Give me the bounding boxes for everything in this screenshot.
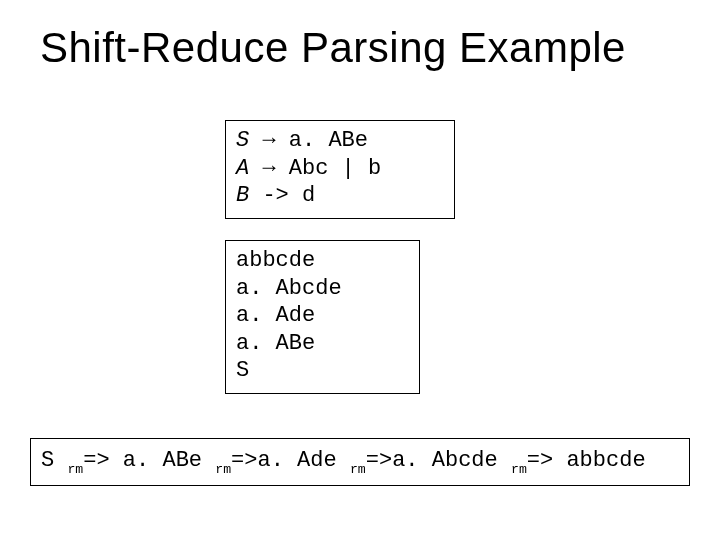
reduction-box: abbcde a. Abcde a. Ade a. ABe S [225,240,420,394]
rule2-arrow: → [262,156,275,181]
rm-subscript-3: rm [350,462,366,477]
grammar-box: S → a. ABe A → Abc | b B -> d [225,120,455,219]
slide: Shift-Reduce Parsing Example S → a. ABe … [0,0,720,540]
grammar-rule-2: A → Abc | b [236,155,444,183]
reduction-step-5: S [236,357,409,385]
deriv-step-1: => a. ABe [83,448,202,473]
rule2-lhs: A [236,156,249,181]
rm-subscript-2: rm [215,462,231,477]
deriv-step-3: =>a. Abcde [366,448,498,473]
rm-subscript-1: rm [67,462,83,477]
rule1-arrow: → [262,128,275,153]
deriv-step-2: =>a. Ade [231,448,337,473]
reduction-step-3: a. Ade [236,302,409,330]
deriv-step-4: => abbcde [527,448,646,473]
reduction-step-4: a. ABe [236,330,409,358]
grammar-rule-3: B -> d [236,182,444,210]
grammar-rule-1: S → a. ABe [236,127,444,155]
rule3-rhs: d [302,183,315,208]
deriv-start: S [41,448,54,473]
rule3-arrow: -> [262,183,288,208]
page-title: Shift-Reduce Parsing Example [40,24,700,72]
reduction-step-1: abbcde [236,247,409,275]
reduction-step-2: a. Abcde [236,275,409,303]
rule1-lhs: S [236,128,249,153]
rule1-rhs: a. ABe [289,128,368,153]
rightmost-derivation-box: S rm=> a. ABe rm=>a. Ade rm=>a. Abcde rm… [30,438,690,486]
rule2-rhs: Abc | b [289,156,381,181]
rm-subscript-4: rm [511,462,527,477]
rule3-lhs: B [236,183,249,208]
